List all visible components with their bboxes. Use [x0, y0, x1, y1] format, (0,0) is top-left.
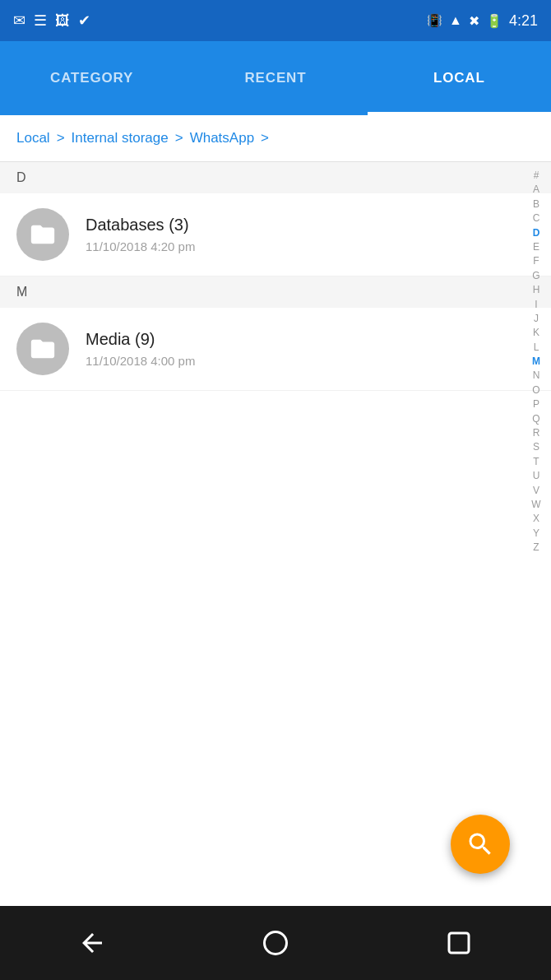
breadcrumb-local[interactable]: Local — [16, 130, 50, 146]
alpha-I[interactable]: I — [521, 298, 551, 312]
alphabet-index: # A B C D E F G H I J K L M N O P Q R S … — [521, 162, 551, 907]
breadcrumb-sep-1: > — [57, 130, 65, 146]
alpha-X[interactable]: X — [521, 512, 551, 526]
alpha-W[interactable]: W — [521, 498, 551, 512]
tab-recent[interactable]: RECENT — [183, 41, 367, 115]
databases-date: 11/10/2018 4:20 pm — [86, 239, 195, 253]
alpha-P[interactable]: P — [521, 397, 551, 411]
alpha-L[interactable]: L — [521, 341, 551, 355]
status-bar: ✉ ☰ 🖼 ✔ 📳 ▲ ✖ 🔋 4:21 — [0, 0, 551, 41]
status-bar-right: 📳 ▲ ✖ 🔋 4:21 — [427, 12, 538, 30]
content-area: # A B C D E F G H I J K L M N O P Q R S … — [0, 162, 551, 907]
tab-category[interactable]: CATEGORY — [0, 41, 183, 115]
bottom-nav — [0, 906, 551, 980]
signal-icon: ✖ — [469, 13, 479, 29]
alpha-T[interactable]: T — [521, 455, 551, 469]
check-icon: ✔ — [78, 12, 90, 30]
status-bar-left: ✉ ☰ 🖼 ✔ — [13, 12, 90, 30]
search-icon — [465, 829, 495, 859]
media-info: Media (9) 11/10/2018 4:00 pm — [86, 330, 195, 368]
doc-icon: ☰ — [34, 12, 47, 30]
wifi-icon: ▲ — [449, 13, 462, 28]
back-icon — [77, 928, 107, 958]
alpha-G[interactable]: G — [521, 269, 551, 283]
media-name: Media (9) — [86, 330, 195, 349]
databases-info: Databases (3) 11/10/2018 4:20 pm — [86, 216, 195, 253]
list-item-media[interactable]: Media (9) 11/10/2018 4:00 pm — [0, 308, 551, 391]
alpha-S[interactable]: S — [521, 440, 551, 454]
folder-icon-media — [16, 323, 69, 375]
svg-rect-1 — [449, 933, 469, 953]
alpha-R[interactable]: R — [521, 426, 551, 440]
alpha-F[interactable]: F — [521, 254, 551, 268]
alpha-D[interactable]: D — [521, 226, 551, 240]
alpha-Z[interactable]: Z — [521, 541, 551, 555]
section-header-d: D — [0, 162, 551, 193]
alpha-hash[interactable]: # — [521, 169, 551, 183]
gmail-icon: ✉ — [13, 12, 25, 30]
tab-local[interactable]: LOCAL — [368, 41, 551, 115]
alpha-H[interactable]: H — [521, 283, 551, 297]
list-item-databases[interactable]: Databases (3) 11/10/2018 4:20 pm — [0, 193, 551, 276]
databases-name: Databases (3) — [86, 216, 195, 235]
breadcrumb-sep-2: > — [175, 130, 183, 146]
folder-svg-media — [29, 335, 57, 363]
folder-icon-databases — [16, 208, 69, 261]
alpha-U[interactable]: U — [521, 469, 551, 483]
alpha-Y[interactable]: Y — [521, 527, 551, 541]
breadcrumb-internal[interactable]: Internal storage — [72, 130, 169, 146]
section-header-m: M — [0, 276, 551, 308]
alpha-N[interactable]: N — [521, 369, 551, 383]
tab-bar: CATEGORY RECENT LOCAL — [0, 41, 551, 115]
alpha-A[interactable]: A — [521, 183, 551, 197]
status-time: 4:21 — [509, 12, 538, 30]
alpha-E[interactable]: E — [521, 240, 551, 254]
alpha-V[interactable]: V — [521, 484, 551, 498]
recents-icon — [444, 928, 474, 958]
media-date: 11/10/2018 4:00 pm — [86, 354, 195, 368]
breadcrumb-whatsapp[interactable]: WhatsApp — [190, 130, 254, 146]
alpha-Q[interactable]: Q — [521, 412, 551, 426]
alpha-J[interactable]: J — [521, 312, 551, 326]
breadcrumb-sep-3: > — [261, 130, 269, 146]
recents-button[interactable] — [444, 928, 474, 958]
breadcrumb: Local > Internal storage > WhatsApp > — [0, 115, 551, 162]
folder-svg-databases — [29, 221, 57, 248]
alpha-C[interactable]: C — [521, 211, 551, 225]
svg-point-0 — [264, 932, 286, 954]
home-icon — [261, 928, 290, 958]
home-button[interactable] — [261, 928, 290, 958]
alpha-O[interactable]: O — [521, 383, 551, 397]
battery-icon: 🔋 — [486, 13, 502, 29]
search-fab[interactable] — [451, 815, 510, 874]
alpha-M[interactable]: M — [521, 355, 551, 369]
vibrate-icon: 📳 — [427, 13, 442, 28]
image-icon: 🖼 — [55, 12, 70, 30]
alpha-K[interactable]: K — [521, 326, 551, 340]
alpha-B[interactable]: B — [521, 197, 551, 211]
back-button[interactable] — [77, 928, 107, 958]
